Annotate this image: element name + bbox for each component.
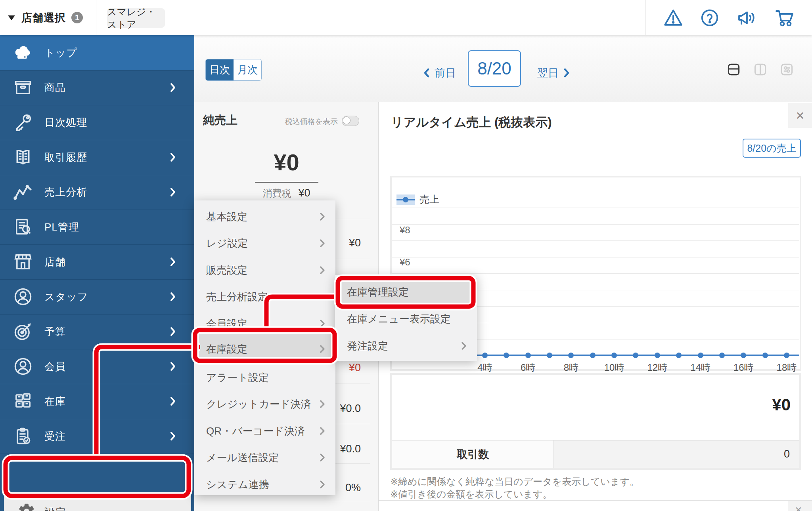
tab-monthly[interactable]: 月次 bbox=[234, 59, 261, 80]
chart-point bbox=[525, 353, 531, 358]
x-axis-label: 18時 bbox=[769, 361, 804, 374]
legend-marker-icon bbox=[396, 194, 415, 205]
x-axis-label: 8時 bbox=[553, 361, 589, 374]
net-sales-title: 純売上 bbox=[203, 112, 237, 128]
sidebar-item-stores[interactable]: 店舗 bbox=[0, 244, 194, 280]
chevron-right-icon bbox=[170, 292, 176, 302]
row-separator bbox=[203, 502, 370, 502]
chart-point bbox=[590, 353, 596, 358]
chart-point bbox=[568, 353, 574, 358]
sidebar-item-top[interactable]: トップ bbox=[0, 35, 194, 71]
menu-item-credit-card-payment[interactable]: クレジットカード決済 bbox=[194, 391, 335, 417]
toggle-knob bbox=[343, 116, 350, 124]
sidebar-item-members[interactable]: 会員 bbox=[0, 349, 194, 384]
chart-point bbox=[719, 353, 725, 358]
menu-item-basic-settings[interactable]: 基本設定 bbox=[194, 203, 335, 230]
legend-item-sales[interactable]: 売上 bbox=[396, 193, 439, 206]
chevron-right-icon bbox=[170, 431, 176, 441]
sidebar-item-sales-analysis[interactable]: 売上分析 bbox=[0, 175, 194, 210]
announcement-icon[interactable] bbox=[737, 8, 757, 27]
submenu-item-inventory-management[interactable]: 在庫管理設定 bbox=[335, 278, 477, 305]
menu-item-mail-settings[interactable]: メール送信設定 bbox=[194, 444, 335, 471]
crates-icon bbox=[13, 391, 33, 412]
date-picker[interactable]: 8/20 bbox=[468, 50, 521, 87]
report-magnifier-icon bbox=[13, 217, 33, 237]
sidebar-item-inventory[interactable]: 在庫 bbox=[0, 384, 194, 419]
store-tab[interactable]: スマレジ・ストア bbox=[107, 8, 165, 28]
help-icon[interactable] bbox=[700, 8, 719, 27]
chevron-right-icon bbox=[461, 341, 467, 351]
x-axis-label: 14時 bbox=[683, 361, 718, 374]
cart-icon[interactable] bbox=[774, 8, 795, 27]
chart-point bbox=[762, 353, 768, 358]
chart-point bbox=[676, 353, 682, 358]
transactions-value-cell: 0 bbox=[554, 440, 799, 468]
layout-rows-icon[interactable] bbox=[726, 62, 741, 77]
sidebar-item-transactions[interactable]: 取引履歴 bbox=[0, 140, 194, 175]
chevron-right-icon bbox=[320, 212, 325, 221]
clipboard-check-icon bbox=[13, 426, 33, 446]
day-sales-button[interactable]: 8/20の売上 bbox=[743, 139, 801, 158]
layout-customize-icon[interactable] bbox=[779, 62, 794, 77]
chevron-right-icon bbox=[170, 82, 176, 93]
menu-item-member-settings[interactable]: 会員設定 bbox=[194, 310, 335, 337]
menu-item-sales-analysis-settings[interactable]: 売上分析設定 bbox=[194, 283, 335, 310]
chart-point bbox=[504, 353, 509, 358]
app-root: 店舗選択 1 スマレジ・ストア bbox=[0, 0, 812, 511]
close-panel-button[interactable]: × bbox=[788, 103, 812, 128]
close-next-section-button[interactable]: × bbox=[788, 501, 812, 511]
next-day-button[interactable]: 翌日 bbox=[537, 66, 570, 80]
chevron-right-icon bbox=[563, 68, 570, 78]
caret-down-icon bbox=[8, 15, 15, 20]
chevron-right-icon bbox=[170, 326, 176, 337]
sidebar-item-orders[interactable]: 受注 bbox=[0, 419, 194, 454]
alert-icon[interactable] bbox=[663, 9, 683, 27]
store-select-dropdown[interactable]: 店舗選択 1 bbox=[8, 0, 83, 35]
chevron-left-icon bbox=[423, 68, 430, 78]
sidebar-item-settings[interactable]: 設定 bbox=[4, 495, 191, 511]
menu-item-system-integration[interactable]: システム連携 bbox=[194, 471, 335, 498]
submenu-item-inventory-menu-display[interactable]: 在庫メニュー表示設定 bbox=[335, 305, 477, 332]
menu-item-sales-settings[interactable]: 販売設定 bbox=[194, 257, 335, 283]
menu-item-register-settings[interactable]: レジ設定 bbox=[194, 230, 335, 256]
chevron-right-icon bbox=[320, 480, 325, 489]
menu-item-alert-settings[interactable]: アラート設定 bbox=[194, 364, 335, 391]
x-axis-label: 6時 bbox=[510, 361, 546, 374]
chevron-right-icon bbox=[170, 361, 176, 372]
store-select-label: 店舗選択 bbox=[21, 11, 66, 25]
book-icon bbox=[13, 147, 33, 168]
sidebar-item-staff[interactable]: スタッフ bbox=[0, 279, 194, 315]
cloud-icon bbox=[13, 42, 33, 63]
chart-point bbox=[482, 353, 488, 358]
storefront-icon bbox=[13, 252, 33, 272]
footnote: ※値引き後の金額を表示しています。 bbox=[390, 488, 552, 501]
box-icon bbox=[13, 77, 33, 98]
sidebar-item-daily-close[interactable]: 日次処理 bbox=[0, 105, 194, 140]
target-icon bbox=[13, 321, 33, 342]
x-axis-label: 16時 bbox=[726, 361, 761, 374]
sidebar-item-products[interactable]: 商品 bbox=[0, 70, 194, 105]
submenu-item-ordering-settings[interactable]: 発注設定 bbox=[335, 332, 477, 359]
table-total-row: ¥0 bbox=[392, 375, 799, 440]
chevron-right-icon bbox=[170, 187, 176, 197]
layout-columns-icon[interactable] bbox=[753, 62, 768, 77]
divider bbox=[255, 182, 318, 183]
chevron-right-icon bbox=[320, 319, 325, 328]
chevron-right-icon bbox=[320, 238, 325, 248]
prev-day-button[interactable]: 前日 bbox=[423, 66, 456, 80]
menu-item-inventory-settings[interactable]: 在庫設定 bbox=[194, 334, 335, 363]
menu-item-qr-barcode-payment[interactable]: QR・バーコード決済 bbox=[194, 418, 335, 444]
net-sales-amount: ¥0 bbox=[194, 149, 379, 175]
tax-toggle-label: 税込価格を表示 bbox=[254, 116, 338, 127]
sidebar-item-pl[interactable]: PL管理 bbox=[0, 210, 194, 245]
tax-display-toggle[interactable] bbox=[342, 116, 359, 126]
chart-point bbox=[784, 353, 789, 358]
chevron-right-icon bbox=[320, 399, 325, 409]
sidebar-item-budget[interactable]: 予算 bbox=[0, 314, 194, 349]
key-icon bbox=[13, 112, 33, 133]
chart-point bbox=[547, 353, 552, 358]
line-chart-icon bbox=[13, 182, 33, 202]
topbar-divider bbox=[96, 0, 96, 35]
tab-daily[interactable]: 日次 bbox=[206, 59, 234, 80]
y-axis-label: ¥6 bbox=[400, 257, 410, 268]
